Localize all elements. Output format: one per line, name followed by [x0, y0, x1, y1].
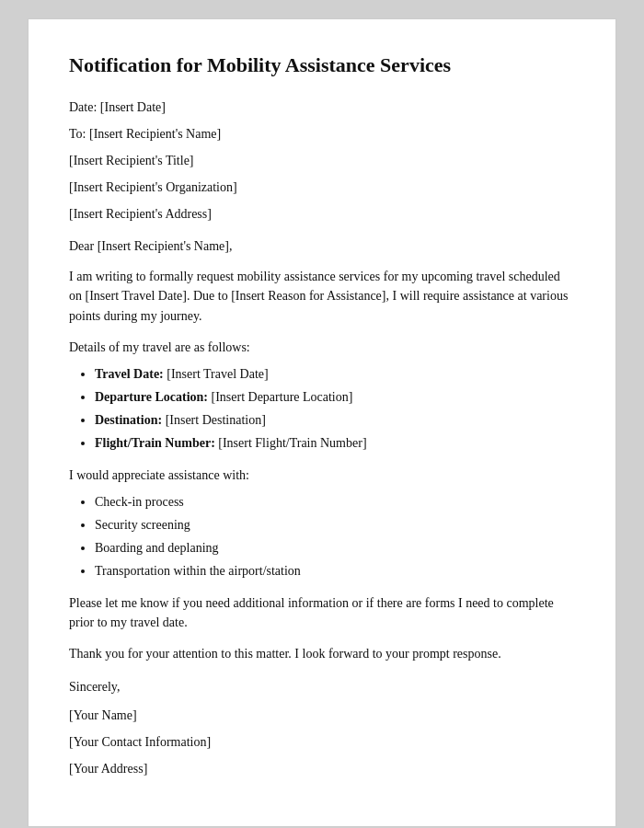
your-name: [Your Name] — [69, 706, 575, 725]
destination-value: [Insert Destination] — [166, 413, 266, 427]
assistance-intro: I would appreciate assistance with: — [69, 466, 575, 485]
your-contact: [Your Contact Information] — [69, 732, 575, 752]
list-item: Transportation within the airport/statio… — [95, 561, 575, 581]
travel-details-list: Travel Date: [Insert Travel Date] Depart… — [95, 364, 575, 453]
list-item: Travel Date: [Insert Travel Date] — [95, 364, 575, 384]
assistance-item-boarding: Boarding and deplaning — [95, 541, 219, 555]
list-item: Security screening — [95, 515, 575, 535]
departure-label: Departure Location: — [95, 390, 208, 404]
recipient-address-line: [Insert Recipient's Address] — [69, 204, 575, 224]
details-intro: Details of my travel are as follows: — [69, 338, 575, 357]
date-line: Date: [Insert Date] — [69, 98, 575, 117]
closing: Sincerely, — [69, 677, 575, 696]
list-item: Destination: [Insert Destination] — [95, 410, 575, 430]
destination-label: Destination: — [95, 413, 162, 427]
travel-date-label: Travel Date: — [95, 367, 164, 381]
assistance-item-checkin: Check-in process — [95, 495, 184, 509]
departure-value: [Insert Departure Location] — [212, 390, 353, 404]
list-item: Flight/Train Number: [Insert Flight/Trai… — [95, 433, 575, 453]
salutation: Dear [Insert Recipient's Name], — [69, 236, 575, 256]
assistance-item-transport: Transportation within the airport/statio… — [95, 564, 301, 578]
assistance-list: Check-in process Security screening Boar… — [95, 492, 575, 581]
list-item: Check-in process — [95, 492, 575, 512]
intro-paragraph: I am writing to formally request mobilit… — [69, 267, 575, 327]
list-item: Departure Location: [Insert Departure Lo… — [95, 387, 575, 407]
document-title: Notification for Mobility Assistance Ser… — [69, 52, 575, 79]
info-paragraph: Please let me know if you need additiona… — [69, 593, 575, 633]
to-line: To: [Insert Recipient's Name] — [69, 124, 575, 144]
list-item: Boarding and deplaning — [95, 538, 575, 558]
flight-train-label: Flight/Train Number: — [95, 436, 215, 450]
travel-date-value: [Insert Travel Date] — [167, 367, 268, 381]
thank-you-paragraph: Thank you for your attention to this mat… — [69, 644, 575, 664]
recipient-org-line: [Insert Recipient's Organization] — [69, 178, 575, 197]
recipient-title-line: [Insert Recipient's Title] — [69, 151, 575, 170]
flight-train-value: [Insert Flight/Train Number] — [218, 436, 366, 450]
your-address: [Your Address] — [69, 759, 575, 778]
assistance-item-security: Security screening — [95, 518, 190, 532]
letter-document: Notification for Mobility Assistance Ser… — [28, 18, 616, 827]
